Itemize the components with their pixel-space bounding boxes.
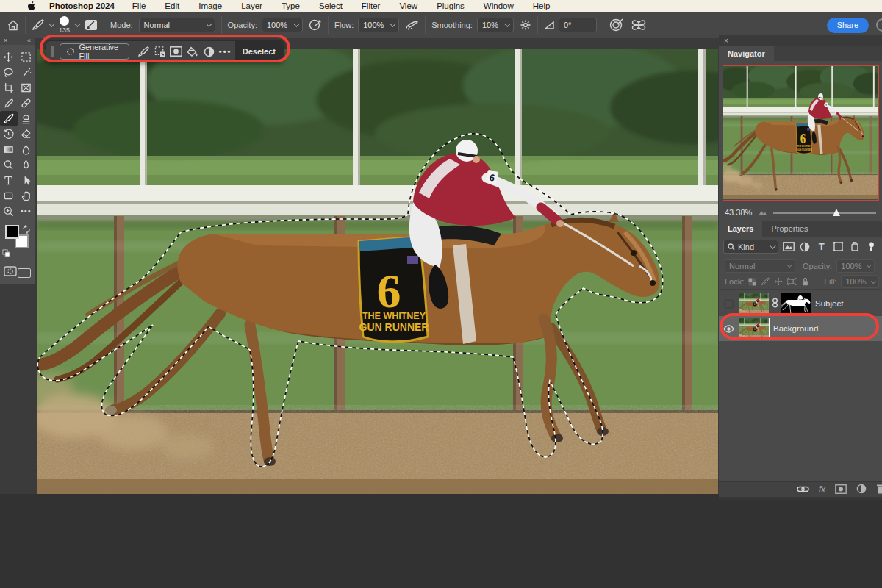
blur-tool[interactable] (18, 142, 35, 157)
menu-help[interactable]: Help (533, 1, 551, 10)
pressure-size-icon[interactable] (609, 18, 624, 32)
layer-thumbnail[interactable] (739, 293, 769, 314)
pixel-layer-filter-icon[interactable] (782, 240, 795, 254)
toggle-filter-icon[interactable] (865, 240, 878, 254)
tab-layers[interactable]: Layers (719, 220, 762, 237)
gradient-tool[interactable] (0, 142, 18, 157)
foreground-color-swatch[interactable] (5, 225, 19, 239)
move-tool[interactable] (0, 49, 18, 65)
mask-icon[interactable] (168, 43, 184, 60)
zoom-out-small-icon[interactable] (758, 209, 767, 216)
layer-row-subject[interactable]: Subject (719, 291, 882, 316)
panel-close-icon[interactable]: × (724, 37, 728, 45)
apple-menu-icon[interactable] (28, 1, 36, 10)
shape-tool[interactable] (0, 188, 18, 204)
pressure-opacity-icon[interactable] (309, 19, 322, 31)
menu-type[interactable]: Type (282, 1, 300, 10)
layer-thumbnail[interactable] (739, 318, 769, 339)
menu-layer[interactable]: Layer (241, 1, 262, 10)
fill-bucket-icon[interactable] (184, 43, 201, 60)
menu-file[interactable]: File (132, 1, 146, 10)
history-brush-tool[interactable] (0, 126, 18, 142)
flow-dropdown[interactable]: 100% (358, 18, 399, 32)
more-options-icon[interactable]: ••• (217, 43, 233, 60)
adjustment-icon[interactable] (856, 484, 867, 495)
menu-select[interactable]: Select (319, 1, 343, 10)
menu-plugins[interactable]: Plugins (437, 1, 465, 10)
eyedropper-tool[interactable] (0, 96, 18, 111)
layer-name[interactable]: Subject (815, 299, 843, 308)
taskbar-drag-handle[interactable] (51, 46, 54, 57)
smart-object-filter-icon[interactable] (848, 240, 861, 254)
menu-image[interactable]: Image (198, 1, 222, 10)
mask-link-icon[interactable] (772, 298, 778, 309)
flow-label: Flow: (334, 21, 354, 29)
more-tools[interactable]: ••• (18, 204, 35, 219)
app-title[interactable]: Photoshop 2024 (49, 1, 115, 10)
brush-settings-icon[interactable] (85, 19, 98, 31)
zoom-tool[interactable] (0, 204, 18, 219)
home-icon[interactable] (7, 20, 19, 31)
layer-filter-kind-dropdown[interactable]: Kind (723, 240, 778, 254)
hand-tool[interactable] (18, 188, 35, 204)
type-tool[interactable] (0, 173, 18, 188)
fx-icon[interactable]: fx (819, 484, 825, 495)
marquee-tool[interactable] (18, 49, 35, 65)
visibility-eye-icon[interactable] (722, 322, 735, 335)
brush-preset-icon[interactable] (32, 19, 44, 31)
layer-mask-thumbnail[interactable] (781, 293, 811, 314)
lasso-tool[interactable] (0, 65, 18, 80)
dodge-tool[interactable] (0, 157, 18, 173)
frame-tool[interactable] (18, 80, 35, 96)
menu-window[interactable]: Window (484, 1, 514, 10)
pen-tool[interactable] (18, 157, 35, 173)
generative-fill-button[interactable]: Generative Fill (60, 43, 130, 60)
crop-tool[interactable] (0, 80, 18, 96)
default-colors-icon[interactable] (2, 247, 10, 260)
magic-wand-tool[interactable] (18, 65, 35, 80)
shape-filter-icon[interactable] (832, 240, 845, 254)
chevron-down-icon[interactable] (49, 21, 54, 26)
navigator-zoom-slider[interactable] (773, 208, 876, 217)
healing-brush-tool[interactable] (18, 96, 35, 111)
layer-row-background[interactable]: Background (719, 316, 882, 341)
clone-stamp-tool[interactable] (18, 111, 35, 126)
navigator-zoom-value[interactable]: 43.38% (725, 208, 752, 217)
brush-size-indicator[interactable]: 135 (59, 16, 70, 34)
quick-mask-button[interactable] (4, 266, 17, 279)
adjustment-filter-icon[interactable] (799, 240, 812, 254)
search-icon[interactable] (876, 18, 882, 32)
link-icon[interactable] (797, 485, 809, 494)
adjustment-icon[interactable] (201, 43, 217, 60)
toolbar-collapse-icon[interactable]: « (27, 37, 31, 44)
screen-mode-button[interactable] (18, 268, 31, 278)
layer-name[interactable]: Background (773, 324, 818, 333)
angle-input[interactable]: 0° (559, 18, 597, 32)
menu-view[interactable]: View (399, 1, 417, 10)
select-subject-icon[interactable] (152, 43, 168, 60)
tab-properties[interactable]: Properties (762, 220, 817, 237)
menu-filter[interactable]: Filter (362, 1, 381, 10)
path-select-tool[interactable] (18, 173, 35, 188)
eraser-tool[interactable] (18, 126, 35, 142)
opacity-dropdown[interactable]: 100% (262, 18, 303, 32)
deselect-button[interactable]: Deselect (235, 40, 283, 62)
gear-icon[interactable] (520, 19, 531, 31)
toolbar-close-icon[interactable]: × (4, 37, 7, 44)
mode-dropdown[interactable]: Normal (139, 18, 215, 32)
navigator-proxy-view[interactable] (723, 65, 879, 201)
symmetry-butterfly-icon[interactable] (631, 19, 646, 31)
menu-edit[interactable]: Edit (165, 1, 179, 10)
add-mask-icon[interactable] (835, 484, 847, 495)
select-brush-icon[interactable] (135, 43, 151, 60)
document-canvas[interactable] (37, 49, 718, 494)
delete-icon[interactable] (876, 484, 882, 495)
visibility-toggle-empty[interactable] (722, 297, 735, 310)
type-filter-icon[interactable]: T (815, 240, 828, 254)
share-button[interactable]: Share (827, 18, 869, 33)
smoothing-dropdown[interactable]: 10% (477, 18, 514, 32)
tab-navigator[interactable]: Navigator (719, 46, 774, 61)
airbrush-icon[interactable] (405, 20, 419, 31)
chevron-down-icon[interactable] (74, 21, 80, 26)
brush-tool[interactable] (0, 111, 18, 126)
